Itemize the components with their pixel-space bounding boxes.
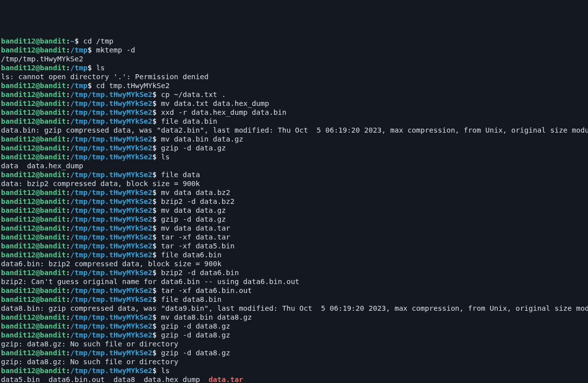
prompt-host: bandit xyxy=(40,349,66,357)
prompt-at: @ xyxy=(36,331,40,339)
command-text: mv data data.tar xyxy=(161,224,230,232)
command-text: bzip2 -d data6.bin xyxy=(161,269,239,277)
prompt-dollar: $ xyxy=(153,269,161,277)
prompt-at: @ xyxy=(36,108,40,116)
command-text: file data6.bin xyxy=(161,251,221,259)
prompt-colon: : xyxy=(66,117,70,125)
prompt-path: /tmp/tmp.tHwyMYkSe2 xyxy=(70,313,153,321)
prompt-user: bandit12 xyxy=(1,108,36,116)
prompt-line: bandit12@bandit:/tmp/tmp.tHwyMYkSe2$ cp … xyxy=(1,90,587,99)
prompt-line: bandit12@bandit:/tmp/tmp.tHwyMYkSe2$ fil… xyxy=(1,170,587,179)
prompt-dollar: $ xyxy=(153,313,161,321)
prompt-path: /tmp/tmp.tHwyMYkSe2 xyxy=(70,135,153,143)
prompt-dollar: $ xyxy=(153,233,161,241)
prompt-at: @ xyxy=(36,322,40,330)
prompt-at: @ xyxy=(36,367,40,375)
command-text: file data8.bin xyxy=(161,295,221,303)
prompt-path: /tmp/tmp.tHwyMYkSe2 xyxy=(70,206,153,214)
prompt-colon: : xyxy=(66,37,70,45)
prompt-path: /tmp/tmp.tHwyMYkSe2 xyxy=(70,367,153,375)
prompt-colon: : xyxy=(66,269,70,277)
prompt-user: bandit12 xyxy=(1,233,36,241)
prompt-dollar: $ xyxy=(153,251,161,259)
prompt-colon: : xyxy=(66,251,70,259)
command-text: ls xyxy=(96,64,105,72)
prompt-user: bandit12 xyxy=(1,99,36,107)
prompt-at: @ xyxy=(36,135,40,143)
prompt-user: bandit12 xyxy=(1,117,36,125)
prompt-line: bandit12@bandit:/tmp/tmp.tHwyMYkSe2$ ls xyxy=(1,152,587,161)
prompt-line: bandit12@bandit:~$ cd /tmp xyxy=(1,37,587,46)
prompt-host: bandit xyxy=(40,171,66,179)
prompt-user: bandit12 xyxy=(1,331,36,339)
prompt-host: bandit xyxy=(40,46,66,54)
prompt-dollar: $ xyxy=(153,367,161,375)
prompt-line: bandit12@bandit:/tmp$ mktemp -d xyxy=(1,46,587,54)
prompt-host: bandit xyxy=(40,233,66,241)
prompt-line: bandit12@bandit:/tmp/tmp.tHwyMYkSe2$ gzi… xyxy=(1,331,587,339)
prompt-at: @ xyxy=(36,37,40,45)
prompt-host: bandit xyxy=(40,91,66,98)
prompt-path: /tmp/tmp.tHwyMYkSe2 xyxy=(70,322,153,330)
prompt-colon: : xyxy=(66,322,70,330)
terminal-output[interactable]: bandit12@bandit:~$ cd /tmpbandit12@bandi… xyxy=(1,37,587,383)
prompt-line: bandit12@bandit:/tmp/tmp.tHwyMYkSe2$ fil… xyxy=(1,250,587,259)
ls-item: data.hex_dump xyxy=(144,376,200,383)
prompt-user: bandit12 xyxy=(1,144,36,152)
output-line: data.bin: gzip compressed data, was "dat… xyxy=(1,126,587,135)
ls-item: data8 xyxy=(113,376,135,383)
prompt-at: @ xyxy=(36,251,40,259)
prompt-path: /tmp/tmp.tHwyMYkSe2 xyxy=(70,251,153,259)
prompt-path: /tmp/tmp.tHwyMYkSe2 xyxy=(70,295,153,303)
prompt-dollar: $ xyxy=(88,64,96,72)
prompt-dollar: $ xyxy=(153,197,161,205)
prompt-path: /tmp/tmp.tHwyMYkSe2 xyxy=(70,197,153,205)
prompt-user: bandit12 xyxy=(1,367,36,375)
prompt-user: bandit12 xyxy=(1,349,36,357)
prompt-path: /tmp/tmp.tHwyMYkSe2 xyxy=(70,331,153,339)
prompt-at: @ xyxy=(36,46,40,54)
prompt-host: bandit xyxy=(40,269,66,277)
prompt-dollar: $ xyxy=(153,295,161,303)
output-line: /tmp/tmp.tHwyMYkSe2 xyxy=(1,54,587,63)
prompt-user: bandit12 xyxy=(1,46,36,54)
prompt-path: /tmp/tmp.tHwyMYkSe2 xyxy=(70,171,153,179)
command-text: tar -xf data6.bin.out xyxy=(161,287,252,294)
prompt-host: bandit xyxy=(40,135,66,143)
prompt-colon: : xyxy=(66,91,70,98)
prompt-host: bandit xyxy=(40,251,66,259)
prompt-line: bandit12@bandit:/tmp/tmp.tHwyMYkSe2$ fil… xyxy=(1,117,587,126)
prompt-at: @ xyxy=(36,171,40,179)
prompt-dollar: $ xyxy=(153,349,161,357)
prompt-user: bandit12 xyxy=(1,91,36,98)
prompt-user: bandit12 xyxy=(1,82,36,90)
prompt-line: bandit12@bandit:/tmp$ ls xyxy=(1,63,587,72)
prompt-colon: : xyxy=(66,215,70,223)
prompt-user: bandit12 xyxy=(1,313,36,321)
prompt-dollar: $ xyxy=(153,99,161,107)
prompt-line: bandit12@bandit:/tmp/tmp.tHwyMYkSe2$ mv … xyxy=(1,188,587,197)
prompt-host: bandit xyxy=(40,189,66,196)
prompt-at: @ xyxy=(36,215,40,223)
output-line: gzip: data8.gz: No such file or director… xyxy=(1,339,587,348)
ls-output-line: data5.bin data6.bin.out data8 data.hex_d… xyxy=(1,375,587,383)
prompt-host: bandit xyxy=(40,224,66,232)
prompt-path: /tmp/tmp.tHwyMYkSe2 xyxy=(70,215,153,223)
prompt-line: bandit12@bandit:/tmp/tmp.tHwyMYkSe2$ tar… xyxy=(1,241,587,250)
prompt-host: bandit xyxy=(40,206,66,214)
ls-item: data5.bin xyxy=(1,376,40,383)
prompt-host: bandit xyxy=(40,313,66,321)
prompt-path: /tmp/tmp.tHwyMYkSe2 xyxy=(70,153,153,161)
prompt-user: bandit12 xyxy=(1,171,36,179)
command-text: tar -xf data5.bin xyxy=(161,242,234,250)
prompt-path: /tmp/tmp.tHwyMYkSe2 xyxy=(70,349,153,357)
prompt-colon: : xyxy=(66,135,70,143)
prompt-at: @ xyxy=(36,233,40,241)
prompt-colon: : xyxy=(66,153,70,161)
command-text: mv data.txt data.hex_dump xyxy=(161,99,269,107)
prompt-dollar: $ xyxy=(153,144,161,152)
prompt-at: @ xyxy=(36,153,40,161)
prompt-dollar: $ xyxy=(153,287,161,294)
prompt-dollar: $ xyxy=(153,135,161,143)
prompt-dollar: $ xyxy=(153,331,161,339)
